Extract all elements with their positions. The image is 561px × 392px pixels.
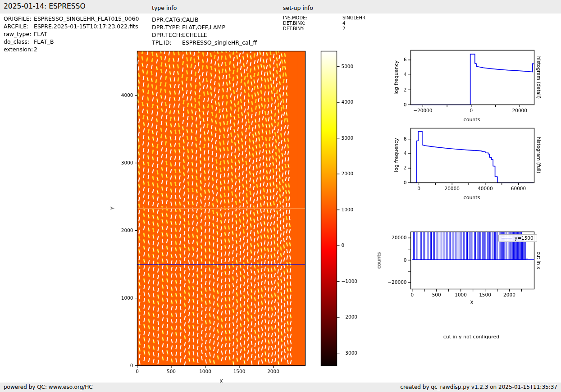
field-value: FLAT,OFF,LAMP [182,24,225,31]
cut-in-x-xlabel: X [470,300,474,305]
field-label: ARCFILE: [4,23,34,30]
field-label: extension: [4,46,34,53]
field-label: DPR.CATG: [152,16,182,23]
field-label: do_class: [4,38,34,45]
field-label: ORIGFILE: [4,15,34,22]
file-info-row: do_class:FLAT_B [4,38,54,45]
footer-created-by: created by qc_rawdisp.py v1.2.3 on 2025-… [400,384,557,390]
histogram-full-ylabel: log frequency [393,138,399,172]
setup-info-row: INS.MODE:SINGLEHR [283,15,365,20]
histogram-detail-side-label: histogram (detail) [536,56,542,99]
type-info-row: TPL.ID:ESPRESSO_singleHR_cal_ff [152,39,257,46]
cut-in-x-side-label: cut in x [536,251,542,269]
field-value: CALIB [182,16,199,23]
file-info-row: ORIGFILE:ESPRESSO_SINGLEHR_FLAT015_0060 [4,15,139,22]
setup-info-row: DET.BINY:2 [283,26,345,31]
type-info-row: DPR.TYPE:FLAT,OFF,LAMP [152,24,225,31]
field-value: ESPRE.2025-01-15T10:17:23.022.fits [34,23,138,30]
legend-line-sample [502,238,512,238]
field-value: ECHELLE [182,32,207,38]
type-info-row: DPR.CATG:CALIB [152,16,199,23]
file-info-row: extension:2 [4,46,37,53]
type-info-heading: type info [152,5,177,11]
field-value: SINGLEHR [342,15,365,20]
cut-in-x-ylabel: counts [376,252,382,269]
footer-powered-by: powered by QC: www.eso.org/HC [4,384,93,390]
cut-in-y-note: cut in y not configured [443,334,500,340]
footer-bar: powered by QC: www.eso.org/HC created by… [0,383,561,392]
field-value: FLAT [34,31,47,37]
histogram-detail-ylabel: log frequency [393,60,399,94]
type-info-row: DPR.TECH:ECHELLE [152,32,207,38]
field-label: DET.BINY: [283,26,342,31]
field-value: 2 [342,26,345,31]
field-label: TPL.ID: [152,39,182,46]
file-info-row: raw_type:FLAT [4,31,47,37]
legend-y1500: y=1500 [498,234,537,242]
title-bar: 2025-01-14: ESPRESSO type info set-up in… [0,0,561,14]
setup-info-heading: set-up info [283,5,313,11]
page-title: 2025-01-14: ESPRESSO [4,2,86,10]
setup-info-row: DET.BINX:4 [283,21,345,26]
field-label: raw_type: [4,31,34,37]
field-label: INS.MODE: [283,15,342,20]
field-label: DET.BINX: [283,21,342,26]
field-label: DPR.TECH: [152,32,182,38]
histogram-full-side-label: histogram (full) [536,137,542,173]
field-value: 4 [342,21,345,26]
histogram-full-xlabel: counts [464,195,480,201]
legend-label: y=1500 [515,235,534,241]
raw-image-ylabel: Y [110,207,116,210]
field-value: 2 [34,46,37,53]
field-value: FLAT_B [34,38,54,45]
field-value: ESPRESSO_singleHR_cal_ff [182,39,257,46]
field-label: DPR.TYPE: [152,24,182,31]
histogram-detail-xlabel: counts [464,117,480,123]
file-info-row: ARCFILE:ESPRE.2025-01-15T10:17:23.022.fi… [4,23,138,30]
field-value: ESPRESSO_SINGLEHR_FLAT015_0060 [34,15,139,22]
